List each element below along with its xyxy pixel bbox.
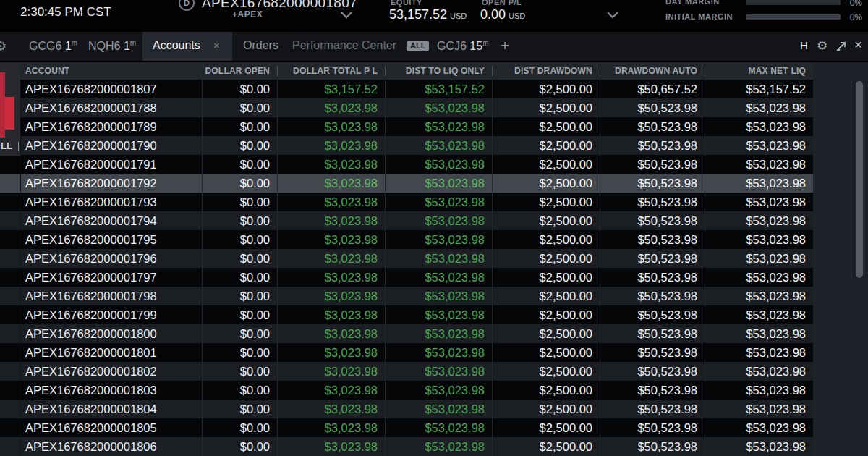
dist-to-liq-only-cell: $53,023.98 [385,287,492,305]
table-row[interactable]: APEX167682000001799$0.00$3,023.98$53,023… [0,305,813,324]
dollar-total-pl-cell: $3,023.98 [277,324,385,343]
table-row[interactable]: APEX167682000001794$0.00$3,023.98$53,023… [0,211,813,230]
table-row[interactable]: APEX167682000001804$0.00$3,023.98$53,023… [0,400,813,418]
dist-to-liq-only-cell: $53,023.98 [385,249,492,268]
open-pl-amount: 0.00 [480,7,506,22]
account-cell: APEX167682000001807 [0,80,202,98]
tab-chart-gcj6[interactable]: GCJ6 15m [437,39,489,53]
column-header-dist-drawdown[interactable]: DIST DRAWDOWN [492,62,600,80]
dollar-open-cell: $0.00 [202,174,277,193]
drawdown-auto-cell: $50,523.98 [600,324,705,343]
column-header-drawdown-auto[interactable]: DRAWDOWN AUTO [600,62,705,80]
chevron-down-icon[interactable] [605,9,621,21]
column-header-max-net-liq[interactable]: MAX NET LIQ [705,62,813,80]
tab-chart-gcg6[interactable]: GCG6 1m [29,39,77,53]
dollar-open-cell: $0.00 [202,305,277,324]
max-net-liq-cell: $53,023.98 [705,418,813,437]
account-selector[interactable]: APEX167682000001807 [202,0,357,11]
account-cell: APEX167682000001792 [0,174,202,193]
tab-timeframe: 1 [124,40,130,52]
dist-to-liq-only-cell: $53,023.98 [385,343,492,362]
account-cell: APEX167682000001803 [0,381,202,400]
table-right-gutter [813,62,868,456]
dollar-total-pl-cell: $3,023.98 [277,230,385,249]
max-net-liq-cell: $53,023.98 [705,174,813,193]
dollar-total-pl-cell: $3,023.98 [277,437,385,456]
settings-gear-icon[interactable]: ⚙ [817,38,827,54]
table-row[interactable]: APEX167682000001788$0.00$3,023.98$53,023… [0,98,813,117]
close-module-icon[interactable]: × [854,37,862,53]
max-net-liq-cell: $53,023.98 [705,381,813,400]
account-cell: APEX167682000001788 [0,98,202,117]
equity-value: 53,157.52USD [389,7,467,22]
tab-timeframe: 1 [65,40,72,52]
max-net-liq-cell: $53,023.98 [705,437,813,456]
initial-margin-label: INITIAL MARGIN [665,12,733,21]
dist-to-liq-only-cell: $53,023.98 [385,362,492,381]
dollar-total-pl-cell: $3,023.98 [277,343,385,362]
tab-orders[interactable]: Orders [243,39,278,52]
drawdown-auto-cell: $50,523.98 [600,362,705,381]
add-tab-button[interactable]: + [501,37,509,54]
account-cell: APEX167682000001805 [0,418,202,437]
vertical-scrollbar[interactable] [856,81,863,278]
table-row[interactable]: APEX167682000001795$0.00$3,023.98$53,023… [0,230,813,249]
table-row[interactable]: APEX167682000001801$0.00$3,023.98$53,023… [0,343,813,362]
table-row[interactable]: APEX167682000001796$0.00$3,023.98$53,023… [0,249,813,268]
gear-icon[interactable]: ⚙ [0,38,7,54]
drawdown-auto-cell: $50,523.98 [600,249,705,268]
table-row[interactable]: APEX167682000001793$0.00$3,023.98$53,023… [0,193,813,211]
dist-to-liq-only-cell: $53,023.98 [385,155,492,174]
tab-accounts[interactable]: Accounts × [142,32,232,61]
sell-button-fragment[interactable] [5,97,14,130]
clock: 2:30:45 PM CST [20,5,111,20]
table-row[interactable]: APEX167682000001791$0.00$3,023.98$53,023… [0,155,813,174]
table-row[interactable]: APEX167682000001797$0.00$3,023.98$53,023… [0,268,813,287]
tab-symbol: GCG6 [29,40,61,52]
tab-chart-nqh6[interactable]: NQH6 1m [88,39,136,53]
column-header-dist-to-liq-only[interactable]: DIST TO LIQ ONLY [385,62,492,80]
table-row[interactable]: APEX167682000001798$0.00$3,023.98$53,023… [0,287,813,305]
max-net-liq-cell: $53,023.98 [705,155,813,174]
drawdown-auto-cell: $50,657.52 [600,80,705,98]
dollar-total-pl-cell: $3,023.98 [277,268,385,287]
dist-drawdown-cell: $2,500.00 [492,268,600,287]
table-row[interactable]: APEX167682000001800$0.00$3,023.98$53,023… [0,324,813,343]
header-toggle-button[interactable]: H [800,39,808,51]
drawdown-auto-cell: $50,523.98 [600,381,705,400]
column-header-dollar-open[interactable]: DOLLAR OPEN [202,62,277,80]
close-icon[interactable]: × [213,39,220,51]
day-margin-label: DAY MARGIN [665,0,720,6]
table-row[interactable]: APEX167682000001806$0.00$3,023.98$53,023… [0,437,813,456]
dollar-total-pl-cell: $3,023.98 [277,193,385,211]
table-row[interactable]: APEX167682000001792$0.00$3,023.98$53,023… [0,174,813,193]
dollar-open-cell: $0.00 [202,437,277,456]
table-row[interactable]: APEX167682000001803$0.00$3,023.98$53,023… [0,381,813,400]
sell-button-fragment[interactable] [0,72,5,138]
drawdown-auto-cell: $50,523.98 [600,268,705,287]
table-row[interactable]: APEX167682000001790$0.00$3,023.98$53,023… [0,136,813,155]
dist-drawdown-cell: $2,500.00 [492,400,600,418]
table-row[interactable]: APEX167682000001807$0.00$3,157.52$53,157… [0,80,813,98]
dollar-open-cell: $0.00 [202,117,277,136]
drawdown-auto-cell: $50,523.98 [600,193,705,211]
column-header-account[interactable]: ACCOUNT [20,62,202,80]
table-row[interactable]: APEX167682000001789$0.00$3,023.98$53,023… [0,117,813,136]
column-header-dollar-total-pl[interactable]: DOLLAR TOTAL P L [277,62,385,80]
account-cell: APEX167682000001801 [0,343,202,362]
tab-performance-center[interactable]: Performance Center [292,39,396,52]
max-net-liq-cell: $53,023.98 [705,268,813,287]
popout-window-icon[interactable] [835,41,847,52]
table-row[interactable]: APEX167682000001802$0.00$3,023.98$53,023… [0,362,813,381]
all-accounts-badge: ALL [407,41,429,51]
dollar-open-cell: $0.00 [202,211,277,230]
chevron-down-icon[interactable] [339,9,354,21]
dollar-total-pl-cell: $3,023.98 [277,174,385,193]
account-cell: APEX167682000001794 [0,211,202,230]
dollar-total-pl-cell: $3,023.98 [277,136,385,155]
max-net-liq-cell: $53,023.98 [705,305,813,324]
table-row[interactable]: APEX167682000001805$0.00$3,023.98$53,023… [0,418,813,437]
divider [18,142,19,151]
dollar-open-cell: $0.00 [202,80,277,98]
tab-timeframe-unit: m [482,39,488,47]
